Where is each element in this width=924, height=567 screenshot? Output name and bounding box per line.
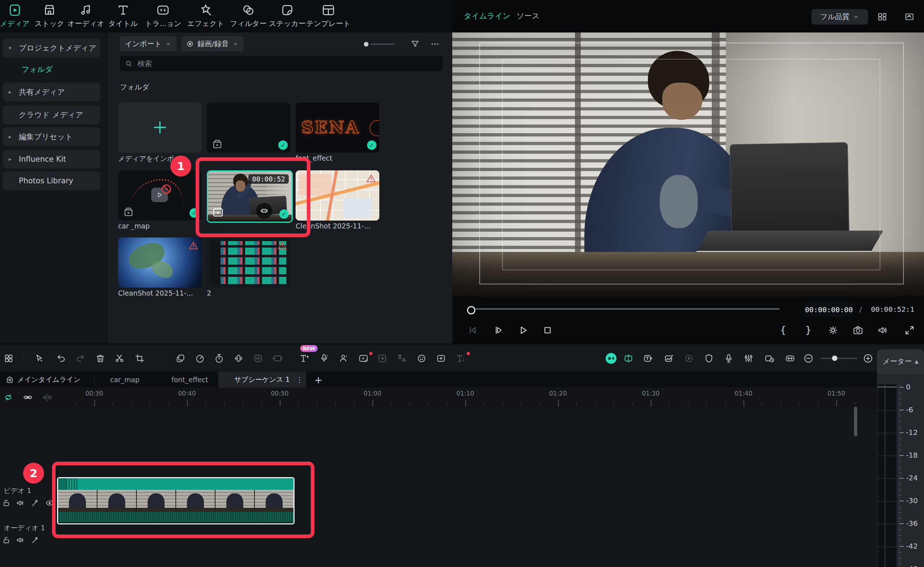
timeline-ruler[interactable]: 00:3000:4000:5001:0001:1001:2001:3001:40… xyxy=(0,388,877,410)
volume-icon[interactable] xyxy=(877,325,888,336)
search-bar[interactable] xyxy=(120,56,443,71)
tab-font-effect[interactable]: font_effect xyxy=(171,372,208,388)
timer-icon[interactable] xyxy=(214,353,224,363)
nav-media[interactable]: メディア xyxy=(0,3,30,28)
delete-icon[interactable] xyxy=(95,353,105,363)
mask-icon[interactable] xyxy=(176,353,186,363)
seek-bar[interactable] xyxy=(476,308,780,310)
freeze-frame-icon[interactable] xyxy=(273,353,283,363)
marker-icon[interactable] xyxy=(704,353,714,363)
font-effect-tile[interactable]: SENA ✓ xyxy=(296,102,380,153)
nav-templates[interactable]: テンプレート xyxy=(306,3,351,28)
sidebar-item-cloud-media[interactable]: クラウド メディア xyxy=(3,105,100,124)
speed-icon[interactable] xyxy=(195,353,205,363)
zoom-in-icon[interactable] xyxy=(863,353,873,363)
car-map-tile[interactable]: ✓ xyxy=(118,170,202,220)
tab-timeline[interactable]: タイムライン xyxy=(464,11,510,21)
import-button[interactable]: インポート xyxy=(120,36,177,52)
previous-frame-button[interactable] xyxy=(467,325,478,336)
quick-split-icon[interactable] xyxy=(623,353,633,363)
toolbox-icon[interactable] xyxy=(4,353,14,363)
multiview-icon[interactable] xyxy=(878,12,887,22)
playback-settings-icon[interactable] xyxy=(828,325,838,336)
mute-icon[interactable] xyxy=(16,536,24,544)
tab-options-kebab-icon[interactable]: ⋮ xyxy=(296,375,303,385)
mark-in-button[interactable]: { xyxy=(780,324,786,335)
add-frame-icon[interactable] xyxy=(436,353,446,363)
timeline-vertical-scrollbar[interactable] xyxy=(854,407,857,436)
grid-screenshot-tile[interactable] xyxy=(207,237,291,288)
quality-selector[interactable]: フル品質 xyxy=(812,9,868,24)
audio-mixer-icon[interactable] xyxy=(744,353,754,363)
track-wand-icon[interactable] xyxy=(31,536,39,544)
link-clips-icon[interactable] xyxy=(23,393,33,402)
zoom-out-icon[interactable] xyxy=(804,353,813,363)
track-wand-icon[interactable] xyxy=(31,499,39,507)
split-icon[interactable] xyxy=(114,353,124,363)
meter-toggle-button[interactable]: メーター ▲ xyxy=(877,350,924,374)
snapshot-icon[interactable] xyxy=(852,325,863,336)
cleanshot-map-tile[interactable] xyxy=(296,170,380,220)
tab-subsequence-active[interactable]: サブシーケンス 1 xyxy=(218,372,306,388)
timeline-zoom-handle[interactable] xyxy=(832,356,837,361)
more-options-icon[interactable] xyxy=(430,39,440,49)
stop-button[interactable] xyxy=(542,325,553,336)
render-preview-icon[interactable] xyxy=(684,353,694,363)
thumbnail-zoom-slider[interactable] xyxy=(370,44,394,45)
play-button[interactable] xyxy=(518,325,528,336)
sidebar-item-photos-library[interactable]: Photos Library xyxy=(3,171,100,190)
fullscreen-icon[interactable] xyxy=(904,325,915,336)
ai-text-icon[interactable] xyxy=(456,353,466,363)
lock-icon[interactable] xyxy=(2,499,10,507)
compress-video-icon[interactable] xyxy=(256,203,272,219)
nav-effects[interactable]: エフェクト xyxy=(188,3,224,28)
step-forward-button[interactable] xyxy=(493,325,504,336)
nav-transitions[interactable]: トラ...ョン xyxy=(145,3,182,28)
tab-source[interactable]: ソース xyxy=(516,11,540,21)
nav-stock[interactable]: ストック xyxy=(34,3,64,28)
tab-car-map[interactable]: car_map xyxy=(110,372,140,388)
search-input[interactable] xyxy=(137,59,438,68)
timeline-zoom-slider[interactable] xyxy=(820,358,858,359)
ai-voice-icon[interactable] xyxy=(319,353,329,363)
hide-track-icon[interactable] xyxy=(45,499,54,507)
ai-assistant-icon[interactable] xyxy=(604,352,618,365)
nav-audio[interactable]: オーディオ xyxy=(68,3,104,28)
sidebar-item-project-media[interactable]: ▾プロジェクトメディア xyxy=(3,39,100,57)
ai-portrait-icon[interactable] xyxy=(339,353,349,363)
lip-sync-icon[interactable] xyxy=(417,353,427,363)
select-tool-icon[interactable] xyxy=(34,353,44,363)
auto-ripple-icon[interactable] xyxy=(4,393,13,402)
translate-icon[interactable] xyxy=(397,353,407,363)
text-clip-icon[interactable] xyxy=(643,353,653,363)
add-sequence-button[interactable]: + xyxy=(311,372,326,388)
tab-main-timeline[interactable]: メインタイムライン xyxy=(17,372,81,388)
unlink-clips-icon[interactable] xyxy=(43,393,52,402)
cleanshot-earth-tile[interactable] xyxy=(118,237,202,288)
clip-duration-icon[interactable] xyxy=(765,353,775,363)
text-to-speech-icon[interactable] xyxy=(300,353,310,363)
sticker-tool-icon[interactable] xyxy=(377,353,387,363)
keyframe-icon[interactable] xyxy=(234,353,244,363)
redo-icon[interactable] xyxy=(75,353,85,363)
ai-image-icon[interactable] xyxy=(664,353,674,363)
audio-sync-icon[interactable] xyxy=(253,353,263,363)
voiceover-icon[interactable] xyxy=(724,353,734,363)
nav-stickers[interactable]: ステッカー xyxy=(269,3,306,28)
nav-filters[interactable]: フィルター xyxy=(230,3,267,28)
nav-titles[interactable]: タイトル xyxy=(108,3,138,28)
crop-icon[interactable] xyxy=(135,353,145,363)
scope-icon[interactable] xyxy=(904,12,914,22)
timecode-current[interactable]: 00:00:00:00 xyxy=(804,303,854,317)
sidebar-item-folder[interactable]: フォルダ xyxy=(22,64,53,74)
sidebar-item-influence-kit[interactable]: ▸Influence Kit xyxy=(3,150,100,168)
selected-video-tile[interactable]: 00:00:52 ✓ xyxy=(207,170,293,223)
filter-funnel-icon[interactable] xyxy=(410,39,420,49)
thumbnail-zoom-handle[interactable] xyxy=(364,42,369,46)
text-tool-icon[interactable] xyxy=(154,353,164,363)
sidebar-item-shared-media[interactable]: ▸共有メディア xyxy=(3,82,100,101)
mute-icon[interactable] xyxy=(16,499,24,507)
folder-tile[interactable]: ✓ xyxy=(207,102,291,153)
fit-timeline-icon[interactable] xyxy=(785,353,795,363)
video-clip[interactable] xyxy=(57,477,294,524)
